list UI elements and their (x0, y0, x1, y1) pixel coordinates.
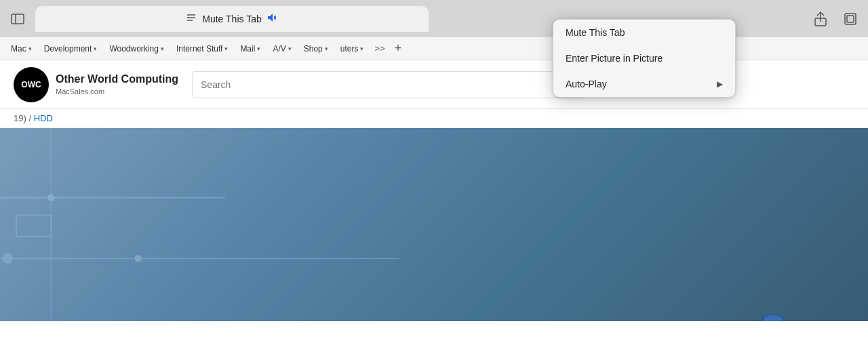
site-header: OWC Other World Computing MacSales.com (0, 60, 868, 109)
chevron-down-icon: ▾ (28, 45, 32, 52)
new-tab-button[interactable]: + (391, 39, 406, 58)
context-menu-item-autoplay[interactable]: Auto-Play ▶ (553, 71, 735, 97)
submenu-arrow-icon: ▶ (717, 79, 723, 89)
bookmark-item-woodworking[interactable]: Woodworking ▾ (104, 42, 169, 56)
svg-rect-0 (12, 14, 24, 24)
chevron-down-icon: ▾ (257, 45, 260, 52)
context-menu-label: Mute This Tab (566, 27, 625, 38)
chevron-down-icon: ▾ (94, 45, 97, 52)
owc-logo: OWC Other World Computing MacSales.com (14, 67, 178, 102)
svg-rect-24 (16, 215, 51, 236)
chevron-down-icon: ▾ (161, 45, 164, 52)
bookmark-label: Shop (304, 44, 323, 54)
bookmark-item-internet-stuff[interactable]: Internet Stuff ▾ (171, 42, 234, 56)
svg-point-20 (47, 194, 54, 201)
context-menu: Mute This Tab Enter Picture in Picture A… (553, 19, 736, 98)
context-menu-item-mute[interactable]: Mute This Tab (553, 20, 735, 45)
chevron-down-icon: ▾ (325, 45, 328, 52)
bookmark-label: uters (340, 44, 359, 54)
bookmark-label: Development (44, 44, 92, 54)
context-menu-item-pip[interactable]: Enter Picture in Picture (553, 45, 735, 71)
bookmark-label: Woodworking (109, 44, 158, 54)
bookmark-item-development[interactable]: Development ▾ (39, 42, 103, 56)
context-menu-label: Enter Picture in Picture (566, 53, 663, 64)
breadcrumb-link-hdd[interactable]: HDD (34, 113, 53, 123)
bookmark-label: A/V (273, 44, 285, 54)
hero-image (0, 128, 868, 321)
breadcrumb: 19) / HDD (0, 109, 868, 128)
bookmark-label: Internet Stuff (176, 44, 223, 54)
breadcrumb-separator: / (28, 113, 33, 123)
bookmark-item-mail[interactable]: Mail ▾ (235, 42, 266, 56)
chevron-down-icon: ▾ (288, 45, 292, 52)
tab-bar: Mute This Tab (0, 0, 868, 37)
hero-tool-graphic (746, 294, 800, 321)
context-menu-label: Auto-Play (566, 79, 607, 89)
chevron-down-icon: ▾ (360, 45, 363, 52)
breadcrumb-prefix: 19) (14, 113, 26, 123)
bookmark-item-av[interactable]: A/V ▾ (267, 42, 296, 56)
bookmark-label: Mac (11, 44, 26, 54)
share-button[interactable] (808, 7, 833, 31)
bookmark-item-mac[interactable]: Mac ▾ (5, 42, 37, 56)
svg-point-21 (2, 253, 12, 264)
website-area: OWC Other World Computing MacSales.com (0, 60, 868, 321)
bookmark-item-shop[interactable]: Shop ▾ (298, 42, 334, 56)
search-input[interactable] (193, 72, 557, 98)
owc-logo-brand: Other World Computing MacSales.com (56, 73, 178, 96)
svg-rect-7 (847, 16, 854, 22)
chevron-down-icon: ▾ (224, 45, 228, 52)
tabs-view-button[interactable] (838, 7, 863, 31)
browser-chrome: Mute This Tab (0, 0, 868, 60)
active-tab[interactable]: Mute This Tab (35, 6, 429, 32)
bookmark-item-computers[interactable]: uters ▾ (335, 42, 370, 56)
bookmark-label: Mail (240, 44, 255, 54)
browser-controls-right (808, 7, 863, 31)
svg-point-22 (135, 255, 142, 262)
audio-playing-icon (267, 12, 278, 25)
more-bookmarks-button[interactable]: >> (370, 41, 389, 56)
sidebar-toggle-button[interactable] (5, 7, 30, 31)
tab-lines-icon (186, 12, 197, 25)
tab-title: Mute This Tab (202, 14, 261, 24)
bookmarks-bar: Mac ▾ Development ▾ Woodworking ▾ Intern… (0, 37, 868, 60)
owc-brand-name: Other World Computing (56, 73, 178, 87)
site-search[interactable] (192, 71, 585, 98)
owc-logo-text: OWC (21, 80, 41, 89)
owc-logo-circle: OWC (14, 67, 49, 102)
owc-brand-url: MacSales.com (56, 87, 178, 96)
